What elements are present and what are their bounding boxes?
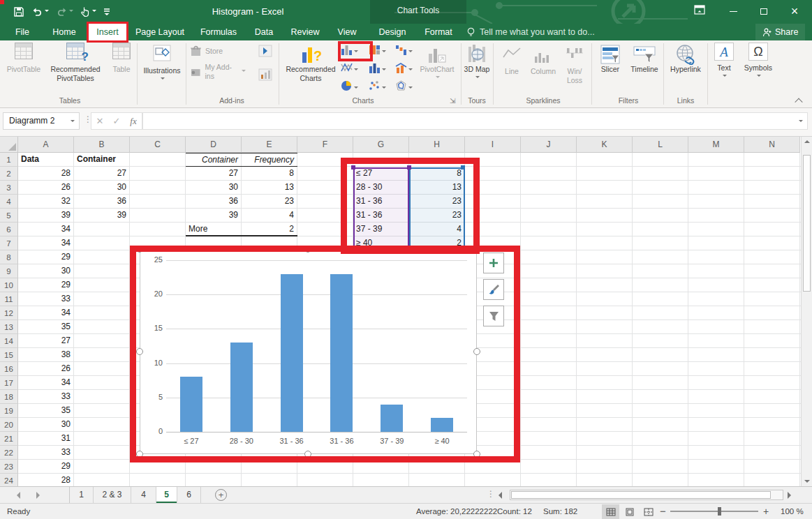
select-all-button[interactable] xyxy=(0,137,18,153)
cell-A3[interactable]: 26 xyxy=(18,181,74,195)
horizontal-scroll-thumb[interactable] xyxy=(511,491,771,499)
sheet-nav-prev-icon[interactable] xyxy=(17,492,20,499)
chart-styles-button[interactable] xyxy=(483,279,504,300)
chart-resize-handle[interactable] xyxy=(304,246,311,253)
minimize-button[interactable] xyxy=(723,2,743,20)
embedded-histogram-chart[interactable]: 0510152025≤ 2728 - 3031 - 3631 - 3637 - … xyxy=(140,249,477,454)
sheet-nav-next-icon[interactable] xyxy=(36,492,40,499)
column-header-E[interactable]: E xyxy=(242,137,297,153)
cell-E1[interactable]: Frequency xyxy=(242,153,297,167)
cell-A8[interactable]: 29 xyxy=(18,250,74,264)
3d-map-button[interactable]: 3D Map xyxy=(462,43,492,83)
cell-A22[interactable]: 33 xyxy=(18,446,74,460)
column-header-C[interactable]: C xyxy=(130,137,186,153)
cell-A17[interactable]: 34 xyxy=(18,376,74,390)
tab-formulas[interactable]: Formulas xyxy=(193,24,244,40)
row-header-9[interactable]: 9 xyxy=(0,264,18,278)
cell-A24[interactable]: 28 xyxy=(18,474,74,486)
cell-E6[interactable]: 2 xyxy=(242,223,297,236)
column-header-F[interactable]: F xyxy=(297,137,353,153)
row-header-19[interactable]: 19 xyxy=(0,404,18,418)
normal-view-button[interactable] xyxy=(602,504,619,519)
column-header-H[interactable]: H xyxy=(409,137,465,153)
formula-bar-expand-icon[interactable] xyxy=(799,120,803,124)
chart-resize-handle[interactable] xyxy=(473,348,480,355)
tab-design[interactable]: Design xyxy=(373,24,412,40)
row-header-10[interactable]: 10 xyxy=(0,278,18,292)
tab-insert[interactable]: Insert xyxy=(89,24,126,40)
tab-home[interactable]: Home xyxy=(45,24,84,40)
tab-data[interactable]: Data xyxy=(248,24,280,40)
tab-review[interactable]: Review xyxy=(286,24,325,40)
row-header-23[interactable]: 23 xyxy=(0,460,18,474)
insert-waterfall-chart-button[interactable] xyxy=(395,44,416,61)
store-button[interactable]: Store My Add-ins xyxy=(190,43,246,80)
pivotchart-button[interactable]: PivotChart xyxy=(416,43,458,83)
zoom-slider[interactable] xyxy=(670,511,758,512)
chart-bar-4[interactable] xyxy=(381,405,403,432)
maximize-button[interactable] xyxy=(754,2,774,20)
insert-column-chart-button[interactable] xyxy=(341,44,362,61)
save-icon[interactable] xyxy=(13,6,24,17)
sheet-tab-6[interactable]: 6 xyxy=(177,487,201,503)
sheet-tab-5[interactable]: 5 xyxy=(156,487,177,503)
hyperlink-button[interactable]: Hyperlink xyxy=(665,43,706,74)
ribbon-display-options-icon[interactable] xyxy=(690,2,709,20)
pivottable-button[interactable]: PivotTable xyxy=(4,43,43,74)
insert-3d-column-chart-button[interactable] xyxy=(369,62,390,79)
row-header-16[interactable]: 16 xyxy=(0,362,18,376)
column-header-I[interactable]: I xyxy=(465,137,521,153)
table-button[interactable]: Table xyxy=(108,43,135,74)
row-header-17[interactable]: 17 xyxy=(0,376,18,390)
column-header-L[interactable]: L xyxy=(633,137,688,153)
cell-E4[interactable]: 23 xyxy=(242,195,297,209)
row-header-14[interactable]: 14 xyxy=(0,334,18,348)
close-button[interactable]: × xyxy=(785,2,804,20)
sheet-tab-2-3[interactable]: 2 & 3 xyxy=(94,487,131,503)
zoom-in-button[interactable]: + xyxy=(763,504,769,519)
column-header-A[interactable]: A xyxy=(18,137,74,153)
chart-resize-handle[interactable] xyxy=(136,246,143,253)
fx-icon[interactable]: fx xyxy=(125,116,142,127)
cell-A15[interactable]: 38 xyxy=(18,348,74,362)
hscroll-left-icon[interactable] xyxy=(499,492,502,499)
cell-D1[interactable]: Container xyxy=(186,153,242,167)
page-layout-view-button[interactable] xyxy=(621,504,638,519)
sheet-tab-1[interactable]: 1 xyxy=(70,487,94,503)
chart-filters-button[interactable] xyxy=(483,306,504,326)
row-header-20[interactable]: 20 xyxy=(0,418,18,432)
cell-A20[interactable]: 30 xyxy=(18,418,74,432)
sheet-tab-4[interactable]: 4 xyxy=(131,487,156,503)
cell-D3[interactable]: 30 xyxy=(186,181,242,195)
sparkline-winloss-button[interactable]: Win/ Loss xyxy=(560,43,589,85)
chart-bar-1[interactable] xyxy=(230,343,253,432)
cell-A4[interactable]: 32 xyxy=(18,195,74,209)
scroll-up-icon[interactable] xyxy=(804,140,810,143)
chart-bar-0[interactable] xyxy=(180,377,202,432)
row-header-7[interactable]: 7 xyxy=(0,236,18,250)
row-header-22[interactable]: 22 xyxy=(0,446,18,460)
sparkline-line-button[interactable]: Line xyxy=(497,43,526,76)
chart-resize-handle[interactable] xyxy=(473,246,480,253)
cell-A2[interactable]: 28 xyxy=(18,167,74,181)
row-header-6[interactable]: 6 xyxy=(0,223,18,236)
row-header-1[interactable]: 1 xyxy=(0,153,18,167)
chart-bar-5[interactable] xyxy=(431,418,453,432)
collapse-ribbon-icon[interactable] xyxy=(796,96,804,105)
insert-hierarchy-chart-button[interactable] xyxy=(369,44,390,61)
slicer-button[interactable]: Slicer xyxy=(596,43,625,74)
column-header-B[interactable]: B xyxy=(74,137,130,153)
column-header-J[interactable]: J xyxy=(521,137,577,153)
chart-bar-2[interactable] xyxy=(281,274,303,432)
symbols-button[interactable]: Ω Symbols xyxy=(741,43,776,82)
cell-E5[interactable]: 4 xyxy=(242,209,297,223)
redo-button[interactable] xyxy=(56,7,73,17)
selection-handle[interactable] xyxy=(351,165,355,170)
column-header-G[interactable]: G xyxy=(353,137,409,153)
row-header-12[interactable]: 12 xyxy=(0,306,18,320)
cell-E3[interactable]: 13 xyxy=(242,181,297,195)
cell-B4[interactable]: 36 xyxy=(74,195,130,209)
cell-D2[interactable]: 27 xyxy=(186,167,242,181)
tell-me-box[interactable]: Tell me what you want to do... xyxy=(466,24,595,40)
row-header-2[interactable]: 2 xyxy=(0,167,18,181)
